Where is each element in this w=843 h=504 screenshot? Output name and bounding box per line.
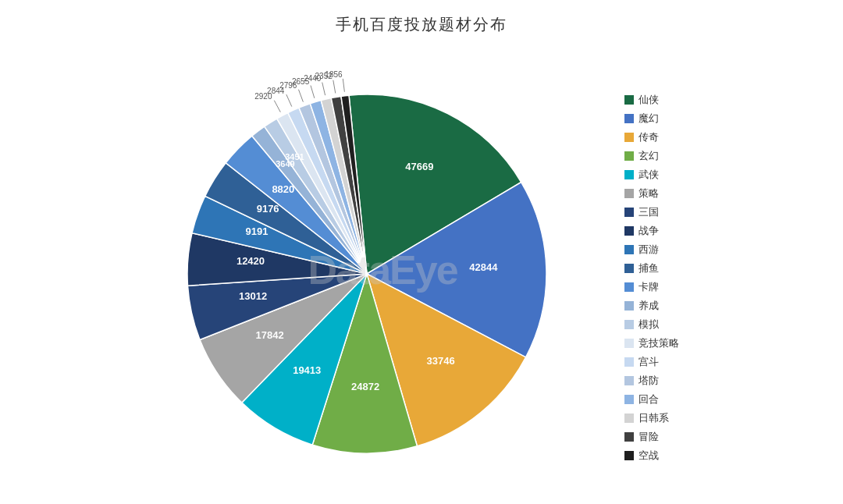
pie-label: 1856 xyxy=(325,69,343,78)
legend-item: 西游 xyxy=(624,243,679,257)
legend-color xyxy=(624,432,634,442)
legend-item: 战争 xyxy=(624,224,679,238)
legend-color xyxy=(624,170,634,179)
pie-label: 24872 xyxy=(351,381,379,392)
legend-item: 策略 xyxy=(624,186,679,201)
legend-item: 回合 xyxy=(624,392,679,406)
legend-item: 养成 xyxy=(624,299,679,313)
pie-chart: 4766942844337462487219413178421301212420… xyxy=(164,67,601,473)
legend-item: 玄幻 xyxy=(624,149,679,163)
legend-item: 传奇 xyxy=(624,130,679,144)
pie-label: 8820 xyxy=(272,183,294,194)
pie-label: 13012 xyxy=(239,289,267,301)
legend-label: 魔幻 xyxy=(638,112,659,126)
legend-color xyxy=(624,301,634,311)
chart-container: 手机百度投放题材分布 47669428443374624872194131784… xyxy=(0,0,843,504)
legend-label: 传奇 xyxy=(638,130,659,144)
legend-item: 卡牌 xyxy=(624,280,679,294)
legend-label: 武侠 xyxy=(638,168,659,182)
legend-color xyxy=(624,226,634,236)
legend-color xyxy=(624,282,634,292)
pie-label: 9191 xyxy=(246,225,269,237)
legend-item: 冒险 xyxy=(624,430,679,444)
legend-color xyxy=(624,376,634,385)
legend-color xyxy=(624,208,634,217)
pie-label: 3451 xyxy=(285,152,304,161)
legend-label: 养成 xyxy=(638,299,659,313)
legend-label: 日韩系 xyxy=(638,411,669,425)
legend-label: 模拟 xyxy=(638,318,659,332)
legend-label: 宫斗 xyxy=(638,355,659,369)
legend-label: 冒险 xyxy=(638,430,659,444)
legend-item: 宫斗 xyxy=(624,355,679,369)
legend-color xyxy=(624,451,634,460)
svg-line-5 xyxy=(333,80,336,93)
legend-item: 竞技策略 xyxy=(624,336,679,350)
legend-item: 仙侠 xyxy=(624,93,679,107)
legend-color xyxy=(624,320,634,329)
legend-color xyxy=(624,133,634,142)
legend: 仙侠 魔幻 传奇 玄幻 武侠 策略 三国 战争 西游 捕鱼 卡牌 养成 模拟 竞… xyxy=(624,93,679,463)
legend-label: 捕鱼 xyxy=(638,261,659,275)
legend-label: 三国 xyxy=(638,205,659,219)
legend-label: 卡牌 xyxy=(638,280,659,294)
legend-item: 魔幻 xyxy=(624,112,679,126)
legend-item: 武侠 xyxy=(624,168,679,182)
svg-line-6 xyxy=(343,78,344,91)
legend-color xyxy=(624,395,634,404)
legend-label: 西游 xyxy=(638,243,659,257)
legend-label: 战争 xyxy=(638,224,659,238)
svg-line-0 xyxy=(274,100,280,112)
legend-label: 空战 xyxy=(638,449,659,463)
legend-label: 策略 xyxy=(638,186,659,201)
legend-color xyxy=(624,245,634,254)
pie-label: 17842 xyxy=(256,328,284,340)
legend-label: 竞技策略 xyxy=(638,336,679,350)
pie-label: 19413 xyxy=(293,364,321,376)
legend-color xyxy=(624,95,634,105)
legend-item: 日韩系 xyxy=(624,411,679,425)
legend-color xyxy=(624,357,634,367)
pie-label: 42844 xyxy=(469,261,498,273)
pie-label: 47669 xyxy=(405,160,433,172)
legend-color xyxy=(624,339,634,348)
legend-item: 空战 xyxy=(624,449,679,463)
pie-label: 9176 xyxy=(257,202,279,214)
chart-body: 4766942844337462487219413178421301212420… xyxy=(0,35,843,504)
legend-item: 塔防 xyxy=(624,374,679,388)
legend-label: 仙侠 xyxy=(638,93,659,107)
legend-label: 玄幻 xyxy=(638,149,659,163)
svg-line-2 xyxy=(298,89,303,101)
legend-color xyxy=(624,189,634,198)
svg-line-3 xyxy=(311,85,315,98)
legend-item: 捕鱼 xyxy=(624,261,679,275)
svg-line-4 xyxy=(322,82,325,95)
legend-item: 三国 xyxy=(624,205,679,219)
pie-label: 12420 xyxy=(237,254,265,266)
legend-color xyxy=(624,151,634,161)
legend-label: 塔防 xyxy=(638,374,659,388)
legend-color xyxy=(624,264,634,273)
legend-color xyxy=(624,413,634,423)
legend-color xyxy=(624,114,634,123)
svg-line-1 xyxy=(286,94,292,107)
chart-title: 手机百度投放题材分布 xyxy=(336,14,507,35)
pie-label: 33746 xyxy=(427,354,455,366)
legend-item: 模拟 xyxy=(624,318,679,332)
legend-label: 回合 xyxy=(638,392,659,406)
